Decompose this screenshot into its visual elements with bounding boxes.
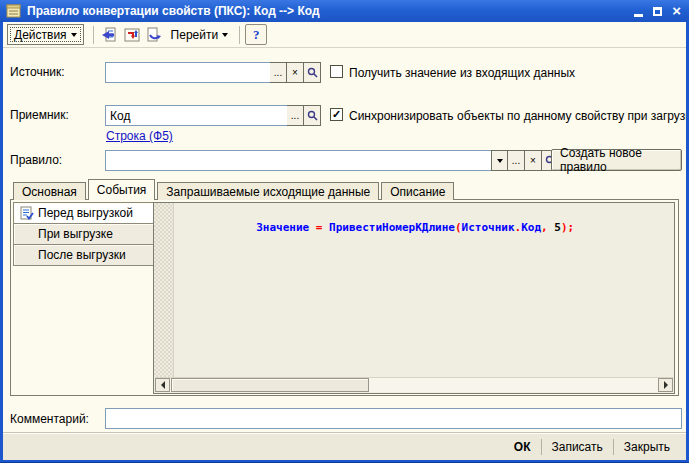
source-lookup-button[interactable] bbox=[304, 62, 321, 83]
toolbar: Действия bbox=[3, 22, 686, 48]
code-token: Источник bbox=[462, 221, 515, 234]
rule-clear-button[interactable]: × bbox=[525, 150, 542, 171]
events-tab-panel: Перед выгрузкой При выгрузке После выгру… bbox=[10, 199, 679, 396]
tab-events[interactable]: События bbox=[88, 179, 156, 200]
exchange-rule-button[interactable] bbox=[121, 24, 143, 45]
code-token: 5 bbox=[548, 221, 561, 234]
code-editor[interactable]: Значение = ПривестиНомерКДлине(Источник.… bbox=[153, 202, 675, 394]
code-token: Значение bbox=[256, 221, 309, 234]
chevron-down-icon bbox=[497, 159, 503, 163]
event-item-label: Перед выгрузкой bbox=[38, 206, 133, 220]
incoming-data-checkbox-label: Получить значение из входящих данных bbox=[349, 66, 575, 80]
move-to-source-button[interactable] bbox=[99, 24, 121, 45]
source-field-group: ... × bbox=[105, 62, 321, 83]
document-right-arrow-icon bbox=[145, 27, 163, 43]
maximize-button[interactable] bbox=[653, 3, 662, 19]
rule-field-group: ... × bbox=[105, 150, 559, 171]
event-item-before-upload[interactable]: Перед выгрузкой bbox=[13, 202, 154, 224]
footer-bar: ОК Записать Закрыть bbox=[3, 433, 686, 460]
arrow-left-icon bbox=[160, 381, 166, 389]
ok-button[interactable]: ОК bbox=[504, 437, 541, 457]
goto-button[interactable]: Перейти bbox=[165, 24, 235, 45]
magnifier-icon bbox=[307, 67, 318, 78]
tab-main[interactable]: Основная bbox=[13, 182, 86, 200]
help-button[interactable]: ? bbox=[245, 24, 267, 45]
event-item-label: При выгрузке bbox=[38, 227, 113, 241]
code-token: , bbox=[541, 221, 548, 234]
code-line: Значение = ПривестиНомерКДлине(Источник.… bbox=[174, 208, 674, 247]
client-area: Действия bbox=[3, 22, 686, 460]
target-input[interactable] bbox=[105, 105, 287, 126]
rule-combo-input[interactable] bbox=[105, 150, 491, 171]
comment-input[interactable] bbox=[105, 408, 682, 429]
chevron-down-icon bbox=[222, 33, 228, 37]
comment-label: Комментарий: bbox=[10, 412, 89, 426]
source-input[interactable] bbox=[105, 62, 270, 83]
tab-description[interactable]: Описание bbox=[381, 182, 454, 200]
close-form-button[interactable]: Закрыть bbox=[614, 437, 680, 457]
close-button[interactable]: × bbox=[672, 3, 681, 19]
scroll-right-button[interactable] bbox=[658, 378, 673, 392]
magnifier-icon bbox=[307, 110, 318, 121]
target-type-link[interactable]: Строка (Ф5) bbox=[106, 129, 173, 143]
arrow-right-icon bbox=[663, 381, 669, 389]
event-item-on-upload[interactable]: При выгрузке bbox=[13, 223, 154, 245]
rule-label: Правило: bbox=[10, 153, 62, 167]
goto-label: Перейти bbox=[171, 28, 219, 42]
target-lookup-button[interactable] bbox=[304, 105, 321, 126]
window-title: Правило конвертации свойств (ПКС): Код -… bbox=[27, 4, 634, 18]
scroll-left-button[interactable] bbox=[155, 378, 170, 392]
tab-requested-outgoing-data[interactable]: Запрашиваемые исходящие данные bbox=[157, 182, 379, 200]
code-token: ); bbox=[561, 221, 574, 234]
scroll-thumb[interactable] bbox=[171, 378, 369, 392]
checkmark-icon: ✓ bbox=[332, 109, 341, 120]
sync-checkbox[interactable]: ✓ bbox=[330, 108, 343, 121]
code-token: Код bbox=[521, 221, 541, 234]
list-left-arrow-icon bbox=[101, 27, 119, 43]
horizontal-scrollbar[interactable] bbox=[155, 377, 673, 392]
source-clear-button[interactable]: × bbox=[287, 62, 304, 83]
event-item-after-upload[interactable]: После выгрузки bbox=[13, 244, 154, 266]
exchange-arrows-icon bbox=[123, 27, 141, 43]
event-item-label: После выгрузки bbox=[38, 248, 126, 262]
code-token: = bbox=[309, 221, 329, 234]
source-ellipsis-button[interactable]: ... bbox=[270, 62, 287, 83]
editor-margin bbox=[154, 203, 174, 377]
target-field-group: ... bbox=[105, 105, 321, 126]
rule-dropdown-button[interactable] bbox=[491, 150, 508, 171]
chevron-down-icon bbox=[71, 33, 77, 37]
event-handler-icon bbox=[20, 206, 34, 220]
tab-strip: Основная События Запрашиваемые исходящие… bbox=[13, 179, 456, 200]
sync-checkbox-label: Синхронизировать объекты по данному свой… bbox=[349, 109, 686, 123]
titlebar[interactable]: Правило конвертации свойств (ПКС): Код -… bbox=[0, 0, 689, 22]
dialog-window: Правило конвертации свойств (ПКС): Код -… bbox=[0, 0, 689, 463]
save-button[interactable]: Записать bbox=[542, 437, 613, 457]
toolbar-separator bbox=[93, 26, 94, 44]
source-label: Источник: bbox=[10, 65, 65, 79]
go-to-receiver-button[interactable] bbox=[143, 24, 165, 45]
toolbar-separator bbox=[239, 26, 240, 44]
actions-label: Действия bbox=[14, 28, 67, 42]
target-ellipsis-button[interactable]: ... bbox=[287, 105, 304, 126]
incoming-data-checkbox[interactable] bbox=[330, 65, 343, 78]
target-label: Приемник: bbox=[10, 108, 69, 122]
code-token: ПривестиНомерКДлине bbox=[329, 221, 455, 234]
create-rule-button[interactable]: Создать новое правило bbox=[551, 149, 682, 171]
minimize-button[interactable] bbox=[634, 3, 643, 19]
actions-button[interactable]: Действия bbox=[7, 24, 84, 45]
rule-ellipsis-button[interactable]: ... bbox=[508, 150, 525, 171]
rule-form-icon bbox=[6, 4, 22, 19]
event-list: Перед выгрузкой При выгрузке После выгру… bbox=[13, 203, 154, 266]
minimize-icon bbox=[634, 14, 643, 17]
code-token: ( bbox=[455, 221, 462, 234]
maximize-icon bbox=[653, 7, 662, 16]
